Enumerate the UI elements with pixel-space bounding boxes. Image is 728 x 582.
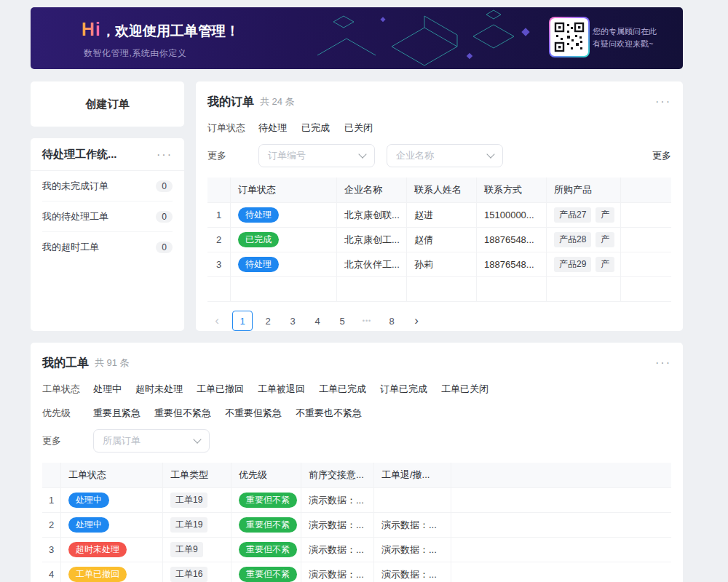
- filter-option-withdrawn[interactable]: 工单已撤回: [197, 383, 244, 396]
- col-index: [207, 178, 231, 202]
- filter-option-not-important-urgent[interactable]: 不重要但紧急: [225, 407, 282, 420]
- cell-company: 北京康创联...: [337, 203, 407, 227]
- more-options-icon[interactable]: ···: [655, 96, 671, 108]
- top-row: 创建订单 待处理工作统... ··· 我的未完成订单 0 我的待处理工单 0: [31, 81, 683, 331]
- filter-option-pending[interactable]: 待处理: [258, 121, 287, 135]
- status-badge: 超时未处理: [68, 542, 127, 557]
- workorder-type-tag: 工单19: [170, 493, 207, 508]
- workorder-row: 2 处理中 工单19 重要但不紧 演示数据：... 演示数据：...: [42, 513, 671, 538]
- filter-option-order-completed[interactable]: 订单已完成: [380, 383, 427, 396]
- page-next-icon[interactable]: ›: [407, 311, 426, 330]
- orders-panel-title: 我的订单: [207, 95, 254, 110]
- cell-empty: [407, 277, 477, 301]
- orders-more-link[interactable]: 更多: [652, 149, 671, 162]
- cell-withdraw: [374, 488, 451, 512]
- page-4[interactable]: 4: [308, 311, 327, 330]
- cell-status: 已完成: [231, 228, 337, 252]
- banner-title: Hi ，欢迎使用工单管理！: [82, 19, 240, 41]
- filter-option-important-urgent[interactable]: 重要且紧急: [93, 407, 141, 420]
- product-tag: 产品27: [554, 207, 591, 223]
- col-filler: [451, 463, 671, 487]
- cell-status: 待处理: [231, 252, 337, 276]
- order-status-filter-row: 订单状态 待处理 已完成 已关闭: [207, 121, 671, 135]
- cell-status: 工单已撤回: [61, 562, 163, 582]
- status-badge: 已完成: [238, 232, 279, 247]
- banner-subtitle: 数智化管理,系统由你定义: [84, 47, 240, 60]
- page-prev-icon[interactable]: ‹: [207, 311, 226, 330]
- filter-option-overdue[interactable]: 超时未处理: [135, 383, 183, 396]
- orders-filter-selects: 订单编号 企业名称: [258, 144, 503, 167]
- row-index: 1: [207, 203, 231, 227]
- cell-phone: 18876548...: [477, 228, 547, 252]
- workorders-table: 工单状态 工单类型 优先级 前序交接意... 工单退/撤... 1 处理中 工单…: [42, 463, 671, 582]
- parent-order-select[interactable]: 所属订单: [93, 429, 210, 453]
- orders-pagination: ‹ 1 2 3 4 5 ••• 8 ›: [207, 311, 671, 331]
- cell-filler: [621, 203, 671, 227]
- page-8[interactable]: 8: [382, 311, 401, 330]
- workorder-type-tag: 工单16: [170, 567, 207, 582]
- cell-empty: [337, 277, 407, 301]
- cell-filler: [621, 252, 671, 276]
- welcome-banner: Hi ，欢迎使用工单管理！ 数智化管理,系统由你定义: [31, 7, 683, 69]
- filter-option-closed[interactable]: 已关闭: [344, 121, 373, 135]
- cell-priority: 重要但不紧: [232, 513, 301, 537]
- product-tag-truncated: 产: [596, 207, 614, 223]
- row-index: 3: [42, 538, 61, 562]
- row-index: 2: [207, 228, 231, 252]
- qr-tip-text: 您的专属顾问在此 有疑问欢迎来戳~: [593, 25, 674, 50]
- filter-option-wo-completed[interactable]: 工单已完成: [319, 383, 366, 396]
- filter-option-completed[interactable]: 已完成: [301, 121, 330, 135]
- cell-type: 工单19: [163, 488, 232, 512]
- my-orders-panel: 我的订单 共 24 条 ··· 订单状态 待处理 已完成 已关闭 更多: [196, 81, 683, 331]
- status-badge: 处理中: [68, 517, 109, 533]
- stat-item-unfinished-orders[interactable]: 我的未完成订单 0: [42, 171, 173, 202]
- pending-work-stats-card: 待处理工作统... ··· 我的未完成订单 0 我的待处理工单 0 我的超时工单…: [31, 138, 184, 331]
- priority-badge: 重要但不紧: [239, 567, 297, 582]
- more-filters-label: 更多: [42, 434, 93, 447]
- page-3[interactable]: 3: [283, 311, 302, 330]
- cell-handover: 演示数据：...: [301, 562, 374, 582]
- workorders-more-filter-row: 更多 所属订单: [42, 429, 671, 453]
- order-number-select[interactable]: 订单编号: [258, 144, 375, 167]
- consultant-qr-code[interactable]: [549, 17, 590, 57]
- col-order-status: 订单状态: [231, 178, 337, 202]
- company-name-placeholder: 企业名称: [396, 149, 434, 162]
- stat-label: 我的未完成订单: [42, 180, 108, 193]
- filter-option-important-not-urgent[interactable]: 重要但不紧急: [154, 407, 211, 420]
- more-options-icon[interactable]: ···: [655, 357, 671, 369]
- cell-handover: 演示数据：...: [301, 488, 374, 512]
- cell-products: 产品27 产: [547, 203, 621, 227]
- workorder-status-options: 处理中 超时未处理 工单已撤回 工单被退回 工单已完成 订单已完成 工单已关闭: [93, 383, 488, 396]
- workorder-type-tag: 工单19: [170, 517, 207, 533]
- priority-badge: 重要但不紧: [239, 542, 297, 557]
- priority-badge: 重要但不紧: [239, 517, 297, 533]
- page-ellipsis-icon[interactable]: •••: [357, 311, 376, 330]
- my-workorders-panel: 我的工单 共 91 条 ··· 工单状态 处理中 超时未处理 工单已撤回 工单被…: [31, 343, 683, 582]
- filter-option-returned[interactable]: 工单被退回: [258, 383, 305, 396]
- cell-filler: [451, 513, 671, 537]
- col-workorder-status: 工单状态: [61, 463, 163, 487]
- page-2[interactable]: 2: [258, 311, 277, 330]
- page-5[interactable]: 5: [333, 311, 352, 330]
- cell-filler: [451, 488, 671, 512]
- cell-type: 工单19: [163, 513, 232, 537]
- create-order-label: 创建订单: [86, 97, 130, 111]
- col-company: 企业名称: [337, 178, 407, 202]
- cell-empty: [621, 277, 671, 301]
- stat-item-pending-workorders[interactable]: 我的待处理工单 0: [42, 202, 173, 232]
- cell-company: 北京康创工...: [337, 228, 407, 252]
- cell-handover: 演示数据：...: [301, 513, 374, 537]
- filter-option-closed[interactable]: 工单已关闭: [441, 383, 488, 396]
- create-order-button[interactable]: 创建订单: [31, 81, 184, 127]
- product-tag: 产品29: [554, 257, 591, 272]
- cell-contact: 孙莉: [407, 252, 477, 276]
- banner-decoration-art: [304, 7, 537, 69]
- more-options-icon[interactable]: ···: [157, 149, 173, 161]
- company-name-select[interactable]: 企业名称: [387, 144, 503, 167]
- filter-option-processing[interactable]: 处理中: [93, 383, 122, 396]
- stats-card-title: 待处理工作统...: [42, 148, 117, 162]
- stat-item-overdue-workorders[interactable]: 我的超时工单 0: [42, 232, 173, 262]
- filter-option-not-important-not-urgent[interactable]: 不重要也不紧急: [296, 407, 362, 420]
- row-index: 1: [42, 488, 61, 512]
- page-1[interactable]: 1: [232, 311, 253, 331]
